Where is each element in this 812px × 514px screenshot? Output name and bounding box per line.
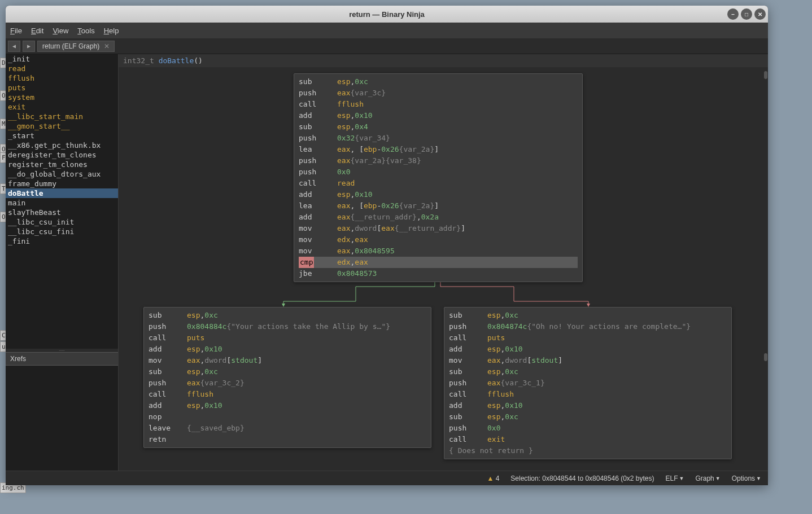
chevron-down-icon: ▼ [715,476,721,481]
asm-line[interactable]: moveax, dword [stdout] [449,355,727,366]
function-item[interactable]: system [6,93,118,102]
asm-line[interactable]: pusheax {var_3c} [299,87,578,99]
options-dropdown[interactable]: Options ▼ [732,475,761,482]
asm-line[interactable]: push0x0 [299,166,578,178]
asm-line[interactable]: { Does not return } [449,445,727,456]
asm-line[interactable]: push0x0 [449,423,727,434]
function-item[interactable]: _fini [6,236,118,246]
function-item[interactable]: __x86.get_pc_thunk.bx [6,140,118,150]
asm-line[interactable]: leaeax, [ebp-0x26 {var_2a}] [299,200,578,212]
asm-line[interactable]: moveax, 0x8048595 [299,245,578,257]
chevron-down-icon: ▼ [756,476,761,481]
asm-line[interactable]: callread [299,178,578,189]
chevron-down-icon: ▼ [679,476,684,481]
asm-line[interactable]: nop [149,411,426,423]
asm-line[interactable]: movedx, eax [299,234,578,245]
nav-back-button[interactable]: ◀ [8,41,20,52]
function-item[interactable]: read [6,64,118,73]
asm-line[interactable]: push0x32 {var_34} [299,133,578,144]
view-dropdown[interactable]: Graph ▼ [695,475,720,482]
function-item[interactable]: fflush [6,73,118,83]
function-item[interactable]: deregister_tm_clones [6,150,118,160]
asm-line[interactable]: push0x804874c {"Oh no! Your actions are … [449,321,727,332]
function-item[interactable]: __libc_csu_init [6,217,118,227]
function-item[interactable]: _init [6,54,118,64]
asm-line[interactable]: moveax, dword [stdout] [149,355,426,366]
function-item[interactable]: __gmon_start__ [6,121,118,131]
warning-icon[interactable]: ▲ [487,475,494,482]
asm-line[interactable]: addesp, 0x10 [299,110,578,121]
asm-line[interactable]: leaeax, [ebp-0x26 {var_2a}] [299,144,578,155]
asm-line[interactable]: subesp, 0xc [299,76,578,87]
asm-line[interactable]: pusheax {var_3c_2} [149,377,426,389]
asm-line[interactable]: callputs [149,332,426,344]
asm-line[interactable]: callputs [449,332,727,344]
minimize-button[interactable]: – [727,8,739,20]
function-item[interactable]: __libc_start_main [6,112,118,121]
asm-line[interactable]: callfflush [149,389,426,400]
basic-block-1[interactable]: subesp, 0xcpusheax {var_3c}callfflushadd… [294,73,583,282]
nav-forward-button[interactable]: ▶ [23,41,35,52]
menu-tools[interactable]: Tools [77,27,94,35]
function-item[interactable]: __libc_csu_fini [6,227,118,236]
basic-block-2[interactable]: subesp, 0xcpush0x804884c {"Your actions … [143,307,431,448]
asm-line[interactable]: addesp, 0x10 [299,189,578,200]
asm-line[interactable]: jbe0x8048573 [299,268,578,279]
menu-edit[interactable]: Edit [31,27,43,35]
asm-line[interactable]: pusheax {var_3c_1} [449,377,727,389]
asm-line[interactable]: addesp, 0x10 [149,344,426,355]
asm-line[interactable]: push0x804884c {"Your actions take the Al… [149,321,426,332]
function-item[interactable]: _start [6,131,118,140]
tab-label: return (ELF Graph) [42,42,99,50]
asm-line[interactable]: subesp, 0xc [449,310,727,321]
asm-line[interactable]: subesp, 0xc [449,411,727,423]
function-item[interactable]: register_tm_clones [6,160,118,169]
titlebar[interactable]: return — Binary Ninja – □ ✕ [6,6,768,23]
maximize-button[interactable]: □ [741,8,752,20]
function-item[interactable]: main [6,198,118,208]
asm-line[interactable]: callfflush [299,99,578,110]
asm-line[interactable]: subesp, 0xc [149,310,426,321]
asm-line[interactable]: addesp, 0x10 [449,344,727,355]
function-list[interactable]: _initreadfflushputssystemexit__libc_star… [6,54,118,349]
function-item[interactable]: exit [6,102,118,112]
close-icon[interactable]: ✕ [104,42,110,50]
format-dropdown[interactable]: ELF ▼ [666,475,684,482]
asm-line[interactable]: pusheax {var_2a} {var_38} [299,155,578,166]
asm-line[interactable]: addesp, 0x10 [449,400,727,411]
tab-return[interactable]: return (ELF Graph) ✕ [37,41,115,52]
asm-line[interactable]: addesp, 0x10 [149,400,426,411]
asm-line[interactable]: moveax, dword [eax {__return_addr}] [299,223,578,234]
asm-line[interactable]: callfflush [449,389,727,400]
function-item[interactable]: slayTheBeast [6,208,118,217]
selection-text: Selection: 0x8048544 to 0x8048546 (0x2 b… [510,475,654,482]
asm-line[interactable]: subesp, 0xc [149,366,426,377]
statusbar: ▲ 4 Selection: 0x8048544 to 0x8048546 (0… [6,471,768,485]
window-title: return — Binary Ninja [349,10,425,19]
menubar: File Edit View Tools Help [6,23,768,38]
xrefs-header[interactable]: Xrefs [6,352,118,366]
asm-line[interactable]: cmpedx, eax [299,257,578,268]
warning-count: 4 [496,475,500,482]
main-window: return — Binary Ninja – □ ✕ File Edit Vi… [6,6,768,485]
function-signature: int32_t doBattle() [119,54,768,67]
graph-area[interactable]: int32_t doBattle() subesp, 0xcpusheax {v… [119,54,768,471]
sidebar: _initreadfflushputssystemexit__libc_star… [6,54,119,471]
close-button[interactable]: ✕ [754,8,766,20]
tabbar: ◀ ▶ return (ELF Graph) ✕ [6,38,768,54]
function-item[interactable]: frame_dummy [6,179,118,188]
asm-line[interactable]: retn [149,434,426,445]
asm-line[interactable]: subesp, 0x4 [299,121,578,133]
menu-help[interactable]: Help [104,27,119,35]
menu-file[interactable]: File [10,27,22,35]
asm-line[interactable]: leave {__saved_ebp} [149,423,426,434]
asm-line[interactable]: subesp, 0xc [449,366,727,377]
function-item[interactable]: __do_global_dtors_aux [6,169,118,179]
basic-block-3[interactable]: subesp, 0xcpush0x804874c {"Oh no! Your a… [444,307,732,459]
function-item[interactable]: puts [6,83,118,93]
menu-view[interactable]: View [53,27,68,35]
vertical-scrollbar[interactable] [763,71,768,471]
asm-line[interactable]: addeax {__return_addr}, 0x2a [299,212,578,223]
function-item[interactable]: doBattle [6,188,118,198]
asm-line[interactable]: callexit [449,434,727,445]
